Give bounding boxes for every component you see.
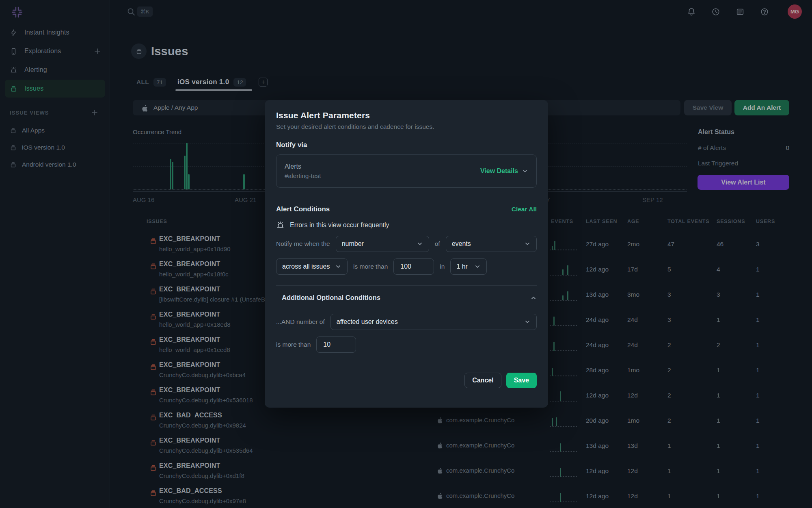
chevron-down-icon — [524, 319, 531, 325]
is-more-than-label-2: is more than — [276, 341, 311, 348]
dimension-select[interactable]: affected user devices — [330, 314, 537, 330]
modal-title: Issue Alert Parameters — [276, 111, 537, 120]
notify-when-label: Notify me when the — [276, 240, 330, 247]
additional-conditions-toggle[interactable]: Additional Optional Conditions — [276, 294, 537, 302]
chevron-up-icon[interactable] — [530, 295, 537, 301]
channel-name: Alerts — [285, 163, 321, 170]
alarm-icon — [276, 221, 285, 229]
clear-all-link[interactable]: Clear All — [512, 206, 537, 213]
scope-select[interactable]: across all issues — [276, 258, 348, 275]
of-label: of — [435, 240, 440, 247]
notify-channel-card[interactable]: Alerts #alerting-test View Details — [276, 154, 537, 188]
unit-select[interactable]: events — [446, 236, 537, 252]
chevron-down-icon — [417, 241, 423, 247]
additional-conditions-heading: Additional Optional Conditions — [282, 294, 380, 302]
threshold-input[interactable] — [393, 258, 434, 275]
app-window: Instant InsightsExplorationsAlertingIssu… — [0, 0, 812, 508]
chevron-down-icon[interactable] — [522, 168, 528, 174]
metric-select[interactable]: number — [336, 236, 429, 252]
chevron-down-icon — [474, 263, 481, 270]
modal-subtitle: Set your desired alert conditions and ca… — [276, 123, 537, 130]
is-more-than-label: is more than — [353, 263, 388, 270]
chevron-down-icon — [335, 263, 341, 270]
time-window-select[interactable]: 1 hr — [450, 258, 487, 275]
channel-target: #alerting-test — [285, 172, 321, 180]
issue-alert-parameters-modal: Issue Alert Parameters Set your desired … — [265, 100, 548, 408]
view-details-link[interactable]: View Details — [480, 167, 518, 175]
and-number-of-label: ...AND number of — [276, 318, 325, 326]
notify-via-heading: Notify via — [276, 141, 537, 149]
alert-conditions-heading: Alert Conditions — [276, 205, 330, 213]
cancel-button[interactable]: Cancel — [464, 373, 501, 388]
in-label: in — [440, 263, 445, 270]
condition-summary: Errors in this view occur frequently — [290, 221, 389, 229]
chevron-down-icon — [524, 241, 531, 247]
optional-threshold-input[interactable] — [316, 336, 356, 353]
save-button[interactable]: Save — [506, 373, 537, 388]
